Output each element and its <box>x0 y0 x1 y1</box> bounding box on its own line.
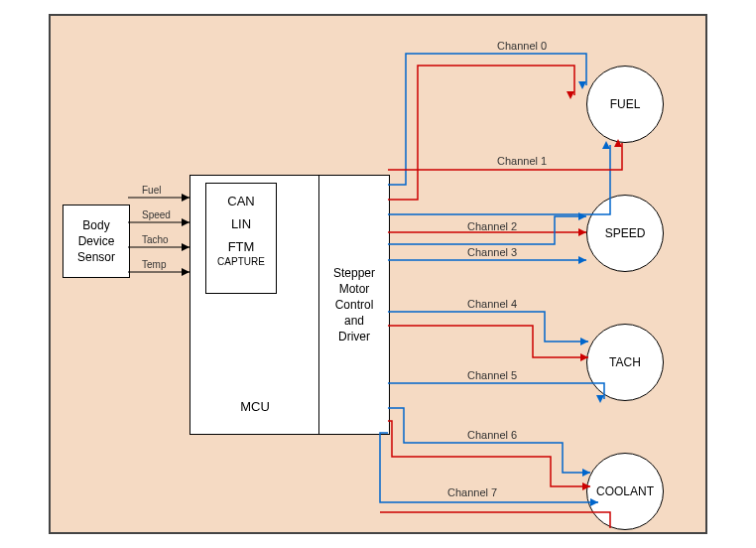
arrowhead-icon <box>602 141 610 149</box>
arrowhead-icon <box>590 498 598 506</box>
mcu-protocol-block: CAN LIN FTM CAPTURE <box>205 183 277 294</box>
arrowhead-icon <box>578 256 586 264</box>
protocol-label: FTM <box>228 239 255 254</box>
channel-label: Channel 7 <box>447 486 497 498</box>
gauge-coolant: COOLANT <box>586 453 664 530</box>
body-device-sensor-block: Body Device Sensor <box>63 205 130 278</box>
gauge-speed: SPEED <box>586 195 664 272</box>
protocol-label: CAN <box>227 194 254 208</box>
channel-label: Channel 1 <box>497 155 547 167</box>
arrowhead-icon <box>614 139 622 147</box>
arrowhead-icon <box>580 338 588 345</box>
arrowhead-icon <box>578 81 586 89</box>
arrowhead-icon <box>182 194 189 202</box>
sensor-line: Body <box>82 218 109 232</box>
gauge-label: TACH <box>609 355 641 369</box>
signal-label: Temp <box>142 259 166 270</box>
arrowhead-icon <box>182 218 189 226</box>
mcu-label: MCU <box>240 399 270 414</box>
channel-label: Channel 3 <box>467 246 517 258</box>
signal-label: Fuel <box>142 185 161 196</box>
driver-line: Stepper <box>333 266 375 280</box>
gauge-fuel: FUEL <box>586 66 664 143</box>
arrowhead-icon <box>182 268 189 276</box>
arrowhead-icon <box>596 395 604 403</box>
protocol-sub-label: CAPTURE <box>217 256 265 267</box>
channel-label: Channel 4 <box>467 298 517 310</box>
arrowhead-icon <box>580 353 588 361</box>
channel-label: Channel 6 <box>467 429 517 441</box>
signal-label: Speed <box>142 209 171 220</box>
arrowhead-icon <box>567 91 574 99</box>
arrowhead-icon <box>578 212 586 220</box>
diagram-canvas: { "sensor": {"line1":"Body","line2":"Dev… <box>49 14 707 534</box>
driver-line: and <box>344 314 364 328</box>
gauge-label: COOLANT <box>596 484 654 498</box>
gauge-label: SPEED <box>605 226 646 240</box>
stepper-driver-block: Stepper Motor Control and Driver <box>318 175 390 435</box>
sensor-line: Device <box>78 234 115 248</box>
channel-label: Channel 0 <box>497 40 547 52</box>
gauge-label: FUEL <box>610 97 641 111</box>
protocol-label: LIN <box>231 216 251 231</box>
gauge-tach: TACH <box>586 324 664 401</box>
channel-label: Channel 5 <box>467 369 517 381</box>
driver-line: Motor <box>339 282 370 296</box>
signal-label: Tacho <box>142 234 169 245</box>
driver-line: Control <box>335 298 374 312</box>
driver-line: Driver <box>338 330 370 343</box>
sensor-line: Sensor <box>77 250 115 264</box>
channel-label: Channel 2 <box>467 220 517 232</box>
arrowhead-icon <box>582 469 590 477</box>
arrowhead-icon <box>182 243 189 251</box>
arrowhead-icon <box>582 482 590 490</box>
arrowhead-icon <box>578 228 586 236</box>
